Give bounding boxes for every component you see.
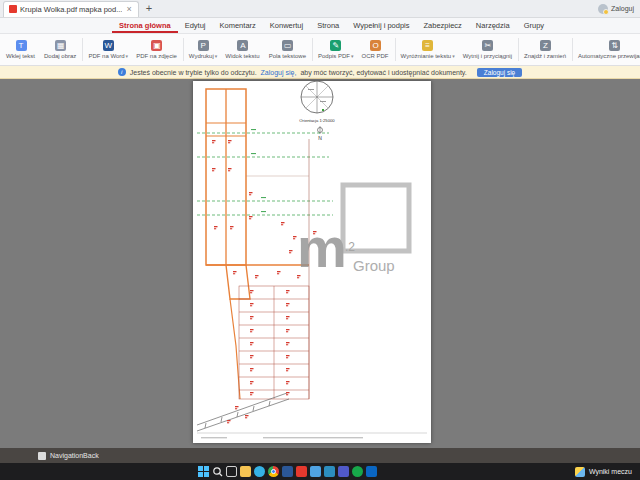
watermark-letter: m <box>297 216 347 279</box>
spotify-app-icon[interactable] <box>352 466 363 477</box>
highlight-icon: ≡ <box>422 40 433 51</box>
road <box>197 393 289 431</box>
toolbar: T Wklej tekst ▦ Dodaj obraz W PDF na Wor… <box>0 34 640 66</box>
watermark-word: Group <box>353 257 395 274</box>
cadastral-map: Orientacja 1:25000 N <box>193 81 431 443</box>
toolbar-button-wytnij-i-przyciagnij[interactable]: ✂ Wytnij i przyciągnij <box>459 40 517 59</box>
text-fields-icon: ▭ <box>282 40 293 51</box>
teams-app-icon[interactable] <box>338 466 349 477</box>
code-editor-icon[interactable] <box>324 466 335 477</box>
pdf-page[interactable]: Orientacja 1:25000 N <box>193 81 431 443</box>
watermark-superscript: .2 <box>345 240 355 254</box>
text-view-icon: A <box>237 40 248 51</box>
notice-text-after: aby móc tworzyć, edytować i udostępniać … <box>300 69 466 76</box>
watermark-logo: m .2 Group <box>297 185 409 279</box>
sports-widget-icon <box>575 467 585 477</box>
toolbar-button-znajdz-i-zamien[interactable]: Z Znajdź i zamień <box>520 40 571 59</box>
toolbar-button-wydrukuj[interactable]: P Wydrukuj▾ <box>185 40 221 59</box>
user-avatar[interactable] <box>598 4 608 14</box>
north-label: N <box>318 135 322 141</box>
outlook-app-icon[interactable] <box>366 466 377 477</box>
toolbar-divider <box>518 38 519 61</box>
green-boundary-lines <box>197 133 333 215</box>
readonly-notice-bar: i Jesteś obecnie w trybie tylko do odczy… <box>0 66 640 79</box>
autoscroll-icon: ⇅ <box>609 40 620 51</box>
add-image-icon: ▦ <box>55 40 66 51</box>
toolbar-button-pdf-na-word[interactable]: W PDF na Word▾ <box>84 40 132 59</box>
search-icon[interactable] <box>212 466 223 477</box>
word-app-icon[interactable] <box>282 466 293 477</box>
toolbar-button-pdf-na-zdjecie[interactable]: ▣ PDF na zdjęcie <box>132 40 182 59</box>
toolbar-button-pola-tekstowe[interactable]: ▭ Pola tekstowe <box>265 40 311 59</box>
file-explorer-icon[interactable] <box>240 466 251 477</box>
chrome-browser-icon[interactable] <box>268 466 279 477</box>
snip-icon: ✂ <box>482 40 493 51</box>
toolbar-divider <box>572 38 573 61</box>
tab-edytuj[interactable]: Edytuj <box>178 18 213 33</box>
tab-zabezpiecz[interactable]: Zabezpiecz <box>417 18 469 33</box>
toolbar-divider <box>312 38 313 61</box>
task-view-icon[interactable] <box>226 466 237 477</box>
dropdown-caret-icon: ▾ <box>351 53 354 59</box>
pdf-file-icon <box>9 5 17 13</box>
titlebar: Krupia Wolka.pdf mapka pod... × + Zalogu… <box>0 0 640 18</box>
widget-label: Wyniki meczu <box>589 468 632 475</box>
mail-app-icon[interactable] <box>310 466 321 477</box>
edge-browser-icon[interactable] <box>254 466 265 477</box>
back-icon[interactable] <box>38 452 46 460</box>
tab-komentarz[interactable]: Komentarz <box>213 18 263 33</box>
toolbar-button-podpis-pdf[interactable]: ✎ Podpis PDF▾ <box>314 40 358 59</box>
toolbar-button-automatyczne-przewijanie[interactable]: ⇅ Automatyczne przewijanie▾ <box>574 40 640 59</box>
notice-text: Jesteś obecnie w trybie tylko do odczytu… <box>130 69 257 76</box>
info-icon: i <box>118 68 126 76</box>
tab-strona-glowna[interactable]: Strona główna <box>112 18 178 33</box>
pdf-reader-app-icon[interactable] <box>296 466 307 477</box>
orientation-scale-label: Orientacja 1:25000 <box>299 118 335 123</box>
start-icon[interactable] <box>198 466 209 477</box>
pdf-to-image-icon: ▣ <box>151 40 162 51</box>
toolbar-divider <box>183 38 184 61</box>
taskbar: Wyniki meczu <box>0 463 640 480</box>
ribbon-tab-bar: Strona główna Edytuj Komentarz Konwertuj… <box>0 18 640 34</box>
navigation-back-label[interactable]: NavigationBack <box>50 452 99 459</box>
toolbar-button-widok-tekstu[interactable]: A Widok tekstu <box>221 40 264 59</box>
signature-icon: ✎ <box>330 40 341 51</box>
document-viewer[interactable]: Orientacja 1:25000 N <box>0 79 640 448</box>
orange-parcel-outline <box>206 89 309 399</box>
document-tab[interactable]: Krupia Wolka.pdf mapka pod... × <box>3 1 139 17</box>
toolbar-divider <box>82 38 83 61</box>
dropdown-caret-icon: ▾ <box>126 53 129 59</box>
tab-narzedzia[interactable]: Narzędzia <box>469 18 517 33</box>
paste-text-icon: T <box>16 40 27 51</box>
document-tab-title: Krupia Wolka.pdf mapka pod... <box>20 5 122 14</box>
tab-grupy[interactable]: Grupy <box>517 18 551 33</box>
print-icon: P <box>198 40 209 51</box>
toolbar-button-dodaj-obraz[interactable]: ▦ Dodaj obraz <box>40 40 81 59</box>
compass-rose <box>301 81 333 113</box>
navigation-strip: NavigationBack <box>0 448 640 463</box>
parcel-grid <box>239 286 309 399</box>
toolbar-button-wklej-tekst[interactable]: T Wklej tekst <box>2 40 40 59</box>
dropdown-caret-icon: ▾ <box>452 53 455 59</box>
tab-wypelnij-i-podpis[interactable]: Wypełnij i podpis <box>346 18 416 33</box>
tab-close-icon[interactable]: × <box>125 5 132 14</box>
pdf-to-word-icon: W <box>103 40 114 51</box>
news-widget[interactable]: Wyniki meczu <box>575 467 640 477</box>
toolbar-button-ocr-pdf[interactable]: O OCR PDF <box>358 40 394 59</box>
notice-login-link[interactable]: Zaloguj się, <box>261 69 297 76</box>
green-marker <box>322 109 324 111</box>
login-button[interactable]: Zaloguj się <box>477 68 522 77</box>
tab-konwertuj[interactable]: Konwertuj <box>263 18 310 33</box>
tab-strona[interactable]: Strona <box>310 18 346 33</box>
ocr-icon: O <box>370 40 381 51</box>
toolbar-divider <box>395 38 396 61</box>
new-tab-button[interactable]: + <box>146 3 152 14</box>
dropdown-caret-icon: ▾ <box>215 53 218 59</box>
find-replace-icon: Z <box>540 40 551 51</box>
account-label[interactable]: Zaloguj <box>611 5 634 12</box>
toolbar-button-wyroznianie-tekstu[interactable]: ≡ Wyróżnianie tekstu▾ <box>397 40 459 59</box>
